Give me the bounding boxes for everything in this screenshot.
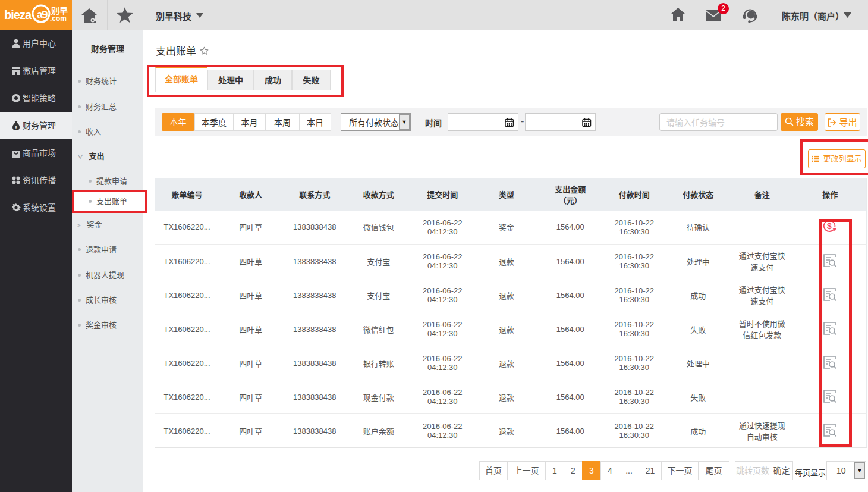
svg-text:¥: ¥: [15, 125, 17, 129]
svg-text:9: 9: [42, 8, 48, 21]
